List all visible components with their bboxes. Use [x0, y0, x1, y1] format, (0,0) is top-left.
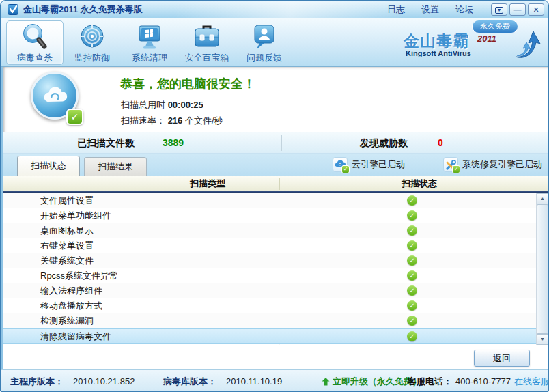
minimize-button[interactable]: — [509, 3, 526, 16]
row-label: Rpcss系统文件异常 [40, 268, 118, 283]
close-icon: ✕ [533, 5, 539, 14]
tab-feedback[interactable]: 问题反馈 [236, 20, 293, 65]
scrollbar-down-button[interactable]: ▼ [537, 334, 548, 345]
scan-headline: 恭喜，您的电脑很安全！ [120, 76, 255, 92]
scan-rate-value: 216 [168, 115, 183, 126]
table-row[interactable]: 检测系统漏洞 ✓ [3, 313, 536, 328]
scan-type-table: 文件属性设置 ✓ 开始菜单功能组件 ✓ 桌面图标显示 ✓ 右键菜单设置 ✓ 关键… [3, 193, 548, 345]
table-row[interactable]: 右键菜单设置 ✓ [3, 238, 536, 253]
table-row[interactable]: 文件属性设置 ✓ [3, 193, 536, 208]
scan-rate-line: 扫描速率： 216 个文件/秒 [121, 115, 223, 127]
row-label: 右键菜单设置 [40, 238, 94, 253]
tab-system-clean[interactable]: 系统清理 [121, 20, 178, 65]
kingsoft-antivirus-window: 金山毒霸2011 永久免费杀毒版 日志 设置 论坛 ▾ — ✕ [0, 0, 549, 392]
menu-item-forum[interactable]: 论坛 [455, 3, 473, 16]
toolbar-item-label: 病毒查杀 [7, 52, 63, 64]
status-bar: 主程序版本： 2010.10.21.852 病毒库版本： 2010.11.10.… [1, 369, 549, 392]
stats-divider [281, 135, 282, 151]
scan-rate-label: 扫描速率： [121, 115, 165, 126]
scan-time-value: 00:00:25 [168, 100, 203, 110]
check-icon: ✓ [407, 300, 417, 311]
tab-virus-scan[interactable]: 病毒查杀 [6, 20, 64, 65]
db-version-value: 2010.11.10.19 [226, 370, 282, 392]
table-row[interactable]: 移动盘播放方式 ✓ [3, 298, 536, 313]
tab-security-toolbox[interactable]: 安全百宝箱 [178, 20, 236, 65]
upgrade-arrow-icon [322, 378, 330, 386]
repair-engine-label: 系统修复引擎已启动 [462, 157, 542, 172]
tab-scan-result[interactable]: 扫描结果 [84, 157, 147, 176]
skin-menu-button[interactable]: ▾ [491, 3, 507, 16]
online-service-link[interactable]: 在线客服 [514, 370, 549, 392]
column-header-scan-type: 扫描类型 [126, 176, 290, 191]
row-label: 移动盘播放方式 [40, 298, 102, 313]
table-header: 扫描类型 扫描状态 [3, 176, 548, 191]
cloud-engine-status: ✓ 云引擎已启动 [333, 157, 421, 172]
menu-item-log[interactable]: 日志 [387, 3, 405, 16]
service-phone-number: 400-610-7777 [455, 370, 511, 392]
row-label: 桌面图标显示 [40, 223, 94, 238]
back-button[interactable]: 返回 [474, 350, 530, 367]
upgrade-link[interactable]: 立即升级（永久免费） [322, 370, 333, 392]
brand-area: 永久免费 金山毒霸 2011 Kingsoft AntiVirus [397, 19, 546, 66]
threats-found-value: 0 [438, 132, 443, 154]
window-title: 金山毒霸2011 永久免费杀毒版 [23, 1, 143, 18]
close-button[interactable]: ✕ [528, 3, 544, 16]
check-badge-icon: ✓ [66, 109, 83, 125]
feedback-icon [250, 23, 279, 53]
brand-subtitle: Kingsoft AntiVirus [406, 49, 471, 57]
check-icon: ✓ [407, 331, 417, 341]
bottom-button-bar: 返回 [3, 345, 548, 369]
minimize-icon: — [514, 5, 522, 14]
toolbar-item-label: 监控防御 [64, 52, 120, 64]
table-row[interactable]: 关键系统文件 ✓ [3, 253, 536, 268]
toolbar-item-label: 安全百宝箱 [179, 52, 235, 64]
engine-check-icon: ✓ [452, 165, 460, 173]
brand-year: 2011 [477, 33, 496, 44]
repair-engine-status: ✓ 系统修复引擎已启动 [443, 157, 546, 172]
scan-time-label: 扫描总用时 [121, 100, 165, 110]
app-version-label: 主程序版本： [10, 370, 64, 392]
titlebar-menu: 日志 设置 论坛 [387, 1, 473, 18]
check-icon: ✓ [407, 285, 417, 296]
menu-item-settings[interactable]: 设置 [421, 3, 439, 16]
row-label: 文件属性设置 [40, 193, 94, 208]
tab-monitor-defense[interactable]: 监控防御 [64, 20, 121, 65]
scrollbar-thumb[interactable] [537, 204, 548, 334]
skin-menu-icon: ▾ [495, 7, 503, 14]
system-clean-icon [135, 23, 164, 53]
stats-bar: 已扫描文件数 3889 发现威胁数 0 [3, 132, 548, 154]
app-logo-icon [8, 4, 18, 15]
check-icon: ✓ [407, 270, 417, 281]
row-label: 检测系统漏洞 [40, 313, 94, 328]
table-row[interactable]: Rpcss系统文件异常 ✓ [3, 268, 536, 283]
vertical-scrollbar[interactable]: ▲ ▼ [536, 193, 548, 345]
cloud-safe-icon: ✓ [31, 72, 81, 124]
brand-arrow-icon [509, 27, 544, 63]
cloud-engine-label: 云引擎已启动 [352, 157, 405, 172]
table-row[interactable]: 输入法程序组件 ✓ [3, 283, 536, 298]
tab-strip: 扫描状态 扫描结果 ✓ 云引擎已启动 ✓ 系统修复引擎已启动 [3, 154, 548, 176]
check-icon: ✓ [407, 255, 417, 266]
toolbar-item-label: 问题反馈 [236, 52, 292, 64]
engine-check-icon: ✓ [341, 165, 350, 173]
scan-time-line: 扫描总用时 00:00:25 [121, 99, 203, 111]
column-header-scan-status: 扫描状态 [330, 176, 508, 191]
row-label: 关键系统文件 [40, 253, 94, 268]
check-icon: ✓ [407, 195, 417, 206]
row-label: 输入法程序组件 [40, 283, 102, 298]
scrollbar-up-button[interactable]: ▲ [537, 193, 548, 204]
threats-found-label: 发现威胁数 [360, 132, 408, 154]
table-row[interactable]: 桌面图标显示 ✓ [3, 223, 536, 238]
tab-scan-status[interactable]: 扫描状态 [17, 156, 80, 176]
row-label: 清除残留病毒文件 [40, 329, 111, 344]
service-phone-label: 客服电话： [408, 370, 452, 392]
check-icon: ✓ [407, 316, 417, 326]
table-row[interactable]: 开始菜单功能组件 ✓ [3, 208, 536, 223]
table-row-selected[interactable]: 清除残留病毒文件 ✓ [3, 328, 536, 344]
toolbar-item-label: 系统清理 [122, 52, 178, 64]
db-version-label: 病毒库版本： [163, 370, 216, 392]
toolbox-icon [192, 23, 222, 53]
main-toolbar: 病毒查杀 监控防御 [1, 18, 549, 67]
scanned-files-label: 已扫描文件数 [77, 132, 135, 154]
check-icon: ✓ [407, 210, 417, 221]
